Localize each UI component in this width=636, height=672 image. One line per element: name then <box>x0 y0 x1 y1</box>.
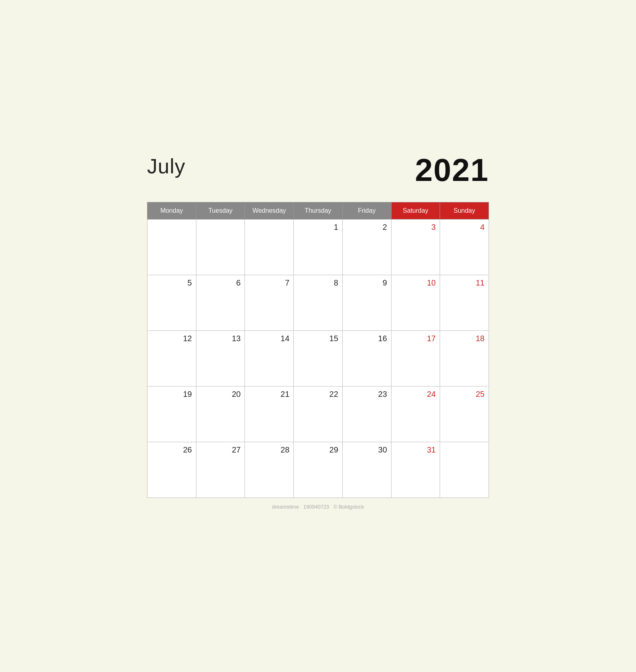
year-title: 2021 <box>415 154 489 186</box>
header-monday: Monday <box>147 202 196 219</box>
calendar-container: July 2021 MondayTuesdayWednesdayThursday… <box>119 130 517 542</box>
day-number: 23 <box>347 390 387 399</box>
day-number: 7 <box>249 278 289 287</box>
week-row-3: 12131415161718 <box>147 331 489 386</box>
day-number: 24 <box>396 390 436 399</box>
watermark-site: dreamstime <box>272 504 299 510</box>
calendar-body: 1234567891011121314151617181920212223242… <box>147 219 489 498</box>
day-cell[interactable] <box>196 219 245 275</box>
day-number: 22 <box>298 390 338 399</box>
header-friday: Friday <box>342 202 391 219</box>
day-cell[interactable] <box>147 219 196 275</box>
header-thursday: Thursday <box>294 202 343 219</box>
day-number: 5 <box>151 278 192 287</box>
day-number: 13 <box>200 334 241 343</box>
day-number: 20 <box>200 390 241 399</box>
day-cell[interactable]: 25 <box>440 386 489 442</box>
day-number: 29 <box>298 445 338 454</box>
day-number: 15 <box>298 334 338 343</box>
day-number: 12 <box>151 334 192 343</box>
day-cell[interactable]: 24 <box>391 386 440 442</box>
watermark-author: © Boldgstock <box>334 504 364 510</box>
day-cell[interactable]: 26 <box>147 442 196 498</box>
header-wednesday: Wednesday <box>245 202 294 219</box>
day-cell[interactable]: 6 <box>196 275 245 331</box>
day-cell[interactable]: 17 <box>391 331 440 386</box>
day-number: 2 <box>347 223 387 232</box>
watermark: dreamstime 190940723 © Boldgstock <box>147 504 489 510</box>
day-number: 14 <box>249 334 289 343</box>
day-number: 31 <box>396 445 436 454</box>
day-number: 26 <box>151 445 192 454</box>
day-number: 4 <box>444 223 485 232</box>
day-cell[interactable]: 1 <box>294 219 343 275</box>
day-cell[interactable]: 16 <box>342 331 391 386</box>
calendar-thead: MondayTuesdayWednesdayThursdayFridaySatu… <box>147 202 489 219</box>
day-cell[interactable]: 31 <box>391 442 440 498</box>
day-number: 28 <box>249 445 289 454</box>
day-cell[interactable]: 28 <box>245 442 294 498</box>
day-cell[interactable]: 8 <box>294 275 343 331</box>
day-cell[interactable] <box>245 219 294 275</box>
day-cell[interactable]: 20 <box>196 386 245 442</box>
week-row-5: 262728293031 <box>147 442 489 498</box>
day-cell[interactable]: 11 <box>440 275 489 331</box>
day-number: 18 <box>444 334 485 343</box>
day-cell[interactable]: 13 <box>196 331 245 386</box>
day-number: 21 <box>249 390 289 399</box>
day-number: 11 <box>444 278 485 287</box>
month-title: July <box>147 154 185 178</box>
header-tuesday: Tuesday <box>196 202 245 219</box>
day-cell[interactable]: 18 <box>440 331 489 386</box>
day-cell[interactable]: 4 <box>440 219 489 275</box>
day-number: 17 <box>396 334 436 343</box>
day-number: 25 <box>444 390 485 399</box>
day-cell[interactable]: 27 <box>196 442 245 498</box>
day-cell[interactable]: 19 <box>147 386 196 442</box>
day-cell[interactable]: 9 <box>342 275 391 331</box>
header-sunday: Sunday <box>440 202 489 219</box>
day-cell[interactable]: 5 <box>147 275 196 331</box>
day-cell[interactable]: 29 <box>294 442 343 498</box>
calendar-grid: MondayTuesdayWednesdayThursdayFridaySatu… <box>147 202 489 498</box>
header-saturday: Saturday <box>391 202 440 219</box>
header-row: MondayTuesdayWednesdayThursdayFridaySatu… <box>147 202 489 219</box>
day-number: 3 <box>396 223 436 232</box>
day-cell[interactable]: 23 <box>342 386 391 442</box>
day-cell[interactable]: 10 <box>391 275 440 331</box>
week-row-4: 19202122232425 <box>147 386 489 442</box>
day-cell[interactable] <box>440 442 489 498</box>
day-number: 30 <box>347 445 387 454</box>
day-cell[interactable]: 15 <box>294 331 343 386</box>
week-row-1: 1234 <box>147 219 489 275</box>
watermark-id: 190940723 <box>303 504 329 510</box>
day-number: 19 <box>151 390 192 399</box>
day-cell[interactable]: 14 <box>245 331 294 386</box>
day-cell[interactable]: 22 <box>294 386 343 442</box>
day-number: 8 <box>298 278 338 287</box>
calendar-header: July 2021 <box>147 154 489 186</box>
day-number: 6 <box>200 278 241 287</box>
day-cell[interactable]: 30 <box>342 442 391 498</box>
day-cell[interactable]: 2 <box>342 219 391 275</box>
day-cell[interactable]: 7 <box>245 275 294 331</box>
day-number: 1 <box>298 223 338 232</box>
day-cell[interactable]: 21 <box>245 386 294 442</box>
day-number: 10 <box>396 278 436 287</box>
day-cell[interactable]: 12 <box>147 331 196 386</box>
day-cell[interactable]: 3 <box>391 219 440 275</box>
day-number: 27 <box>200 445 241 454</box>
week-row-2: 567891011 <box>147 275 489 331</box>
day-number: 9 <box>347 278 387 287</box>
day-number: 16 <box>347 334 387 343</box>
